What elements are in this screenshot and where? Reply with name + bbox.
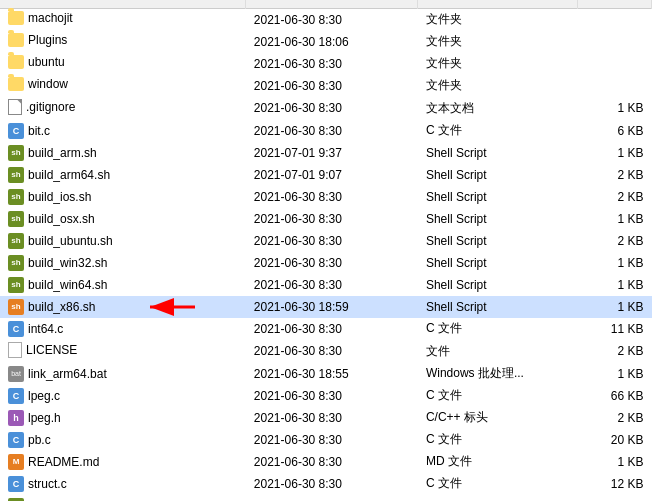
file-name: lpeg.h bbox=[28, 411, 61, 425]
table-row[interactable]: sh build_ios.sh 2021-06-30 8:30 Shell Sc… bbox=[0, 186, 652, 208]
file-name-cell: M README.md bbox=[0, 451, 246, 473]
file-name-cell: machojit bbox=[0, 9, 246, 31]
file-size-cell: 2 KB bbox=[578, 407, 652, 429]
table-row[interactable]: LICENSE 2021-06-30 8:30 文件 2 KB bbox=[0, 340, 652, 363]
sh-file-icon: sh bbox=[8, 167, 24, 183]
table-row[interactable]: sh build_arm.sh 2021-07-01 9:37 Shell Sc… bbox=[0, 142, 652, 164]
table-row[interactable]: machojit 2021-06-30 8:30 文件夹 bbox=[0, 9, 652, 31]
file-type-cell: 文本文档 bbox=[418, 97, 578, 120]
file-date-cell: 2021-06-30 8:30 bbox=[246, 75, 418, 97]
file-name: machojit bbox=[28, 11, 73, 25]
table-row[interactable]: ubuntu 2021-06-30 8:30 文件夹 bbox=[0, 53, 652, 75]
table-row[interactable]: h lpeg.h 2021-06-30 8:30 C/C++ 标头 2 KB bbox=[0, 407, 652, 429]
file-type-cell: Shell Script bbox=[418, 296, 578, 318]
file-type-cell: Shell Script bbox=[418, 495, 578, 502]
generic-file-icon bbox=[8, 342, 22, 358]
folder-icon bbox=[8, 11, 24, 25]
table-row[interactable]: sh test_build_arm.sh 2021-06-30 18:18 Sh… bbox=[0, 495, 652, 502]
file-size-cell: 20 KB bbox=[578, 429, 652, 451]
table-row[interactable]: bat link_arm64.bat 2021-06-30 18:55 Wind… bbox=[0, 363, 652, 385]
file-type-cell: C 文件 bbox=[418, 473, 578, 495]
file-name: build_ubuntu.sh bbox=[28, 234, 113, 248]
folder-icon bbox=[8, 55, 24, 69]
file-date-cell: 2021-07-01 9:37 bbox=[246, 142, 418, 164]
col-header-name[interactable] bbox=[0, 0, 246, 9]
c-file-icon: C bbox=[8, 432, 24, 448]
file-size-cell: 12 KB bbox=[578, 473, 652, 495]
table-row[interactable]: C lpeg.c 2021-06-30 8:30 C 文件 66 KB bbox=[0, 385, 652, 407]
table-row[interactable]: window 2021-06-30 8:30 文件夹 bbox=[0, 75, 652, 97]
file-size-cell: 1 KB bbox=[578, 495, 652, 502]
file-size-cell bbox=[578, 9, 652, 31]
table-row[interactable]: sh build_x86.sh 2021-06-30 18:59 Shell S… bbox=[0, 296, 652, 318]
file-size-cell bbox=[578, 53, 652, 75]
file-date-cell: 2021-06-30 8:30 bbox=[246, 385, 418, 407]
table-row[interactable]: sh build_ubuntu.sh 2021-06-30 8:30 Shell… bbox=[0, 230, 652, 252]
file-date-cell: 2021-06-30 18:06 bbox=[246, 31, 418, 53]
file-type-cell: Shell Script bbox=[418, 186, 578, 208]
file-size-cell: 66 KB bbox=[578, 385, 652, 407]
file-date-cell: 2021-06-30 8:30 bbox=[246, 97, 418, 120]
file-size-cell: 1 KB bbox=[578, 252, 652, 274]
file-type-cell: Windows 批处理... bbox=[418, 363, 578, 385]
table-row[interactable]: sh build_osx.sh 2021-06-30 8:30 Shell Sc… bbox=[0, 208, 652, 230]
header-file-icon: h bbox=[8, 410, 24, 426]
file-type-cell: C 文件 bbox=[418, 429, 578, 451]
file-name-cell: C bit.c bbox=[0, 120, 246, 142]
file-date-cell: 2021-06-30 8:30 bbox=[246, 473, 418, 495]
file-type-cell: 文件 bbox=[418, 340, 578, 363]
file-name-cell: h lpeg.h bbox=[0, 407, 246, 429]
table-row[interactable]: C struct.c 2021-06-30 8:30 C 文件 12 KB bbox=[0, 473, 652, 495]
table-row[interactable]: .gitignore 2021-06-30 8:30 文本文档 1 KB bbox=[0, 97, 652, 120]
table-row[interactable]: M README.md 2021-06-30 8:30 MD 文件 1 KB bbox=[0, 451, 652, 473]
table-row[interactable]: C int64.c 2021-06-30 8:30 C 文件 11 KB bbox=[0, 318, 652, 340]
col-header-size[interactable] bbox=[578, 0, 652, 9]
file-date-cell: 2021-06-30 8:30 bbox=[246, 274, 418, 296]
file-size-cell: 2 KB bbox=[578, 164, 652, 186]
file-list[interactable]: machojit 2021-06-30 8:30 文件夹 Plugins 202… bbox=[0, 0, 652, 501]
file-date-cell: 2021-06-30 8:30 bbox=[246, 407, 418, 429]
file-name-cell: ubuntu bbox=[0, 53, 246, 75]
file-date-cell: 2021-06-30 8:30 bbox=[246, 318, 418, 340]
file-name-cell: .gitignore bbox=[0, 97, 246, 120]
file-date-cell: 2021-07-01 9:07 bbox=[246, 164, 418, 186]
file-name-cell: sh build_win32.sh bbox=[0, 252, 246, 274]
table-row[interactable]: C bit.c 2021-06-30 8:30 C 文件 6 KB bbox=[0, 120, 652, 142]
file-size-cell: 1 KB bbox=[578, 208, 652, 230]
file-date-cell: 2021-06-30 8:30 bbox=[246, 230, 418, 252]
file-date-cell: 2021-06-30 8:30 bbox=[246, 429, 418, 451]
col-header-type[interactable] bbox=[418, 0, 578, 9]
table-row[interactable]: C pb.c 2021-06-30 8:30 C 文件 20 KB bbox=[0, 429, 652, 451]
file-size-cell: 1 KB bbox=[578, 97, 652, 120]
file-type-cell: C/C++ 标头 bbox=[418, 407, 578, 429]
file-date-cell: 2021-06-30 8:30 bbox=[246, 451, 418, 473]
file-date-cell: 2021-06-30 18:59 bbox=[246, 296, 418, 318]
file-name: bit.c bbox=[28, 124, 50, 138]
col-header-date[interactable] bbox=[246, 0, 418, 9]
file-date-cell: 2021-06-30 8:30 bbox=[246, 120, 418, 142]
table-row[interactable]: Plugins 2021-06-30 18:06 文件夹 bbox=[0, 31, 652, 53]
file-name-cell: LICENSE bbox=[0, 340, 246, 363]
table-row[interactable]: sh build_win32.sh 2021-06-30 8:30 Shell … bbox=[0, 252, 652, 274]
file-size-cell: 1 KB bbox=[578, 363, 652, 385]
file-name-cell: C struct.c bbox=[0, 473, 246, 495]
file-name-cell: sh build_x86.sh bbox=[0, 296, 246, 318]
c-file-icon: C bbox=[8, 123, 24, 139]
file-name: pb.c bbox=[28, 433, 51, 447]
file-size-cell bbox=[578, 31, 652, 53]
table-row[interactable]: sh build_win64.sh 2021-06-30 8:30 Shell … bbox=[0, 274, 652, 296]
file-size-cell: 2 KB bbox=[578, 186, 652, 208]
file-name: link_arm64.bat bbox=[28, 367, 107, 381]
file-name: window bbox=[28, 77, 68, 91]
file-name-cell: sh build_win64.sh bbox=[0, 274, 246, 296]
file-type-cell: Shell Script bbox=[418, 252, 578, 274]
c-file-icon: C bbox=[8, 476, 24, 492]
file-type-cell: MD 文件 bbox=[418, 451, 578, 473]
table-row[interactable]: sh build_arm64.sh 2021-07-01 9:07 Shell … bbox=[0, 164, 652, 186]
sh-file-icon: sh bbox=[8, 233, 24, 249]
folder-icon bbox=[8, 33, 24, 47]
file-date-cell: 2021-06-30 8:30 bbox=[246, 9, 418, 31]
file-size-cell: 1 KB bbox=[578, 296, 652, 318]
file-name-cell: Plugins bbox=[0, 31, 246, 53]
file-name: build_ios.sh bbox=[28, 190, 91, 204]
